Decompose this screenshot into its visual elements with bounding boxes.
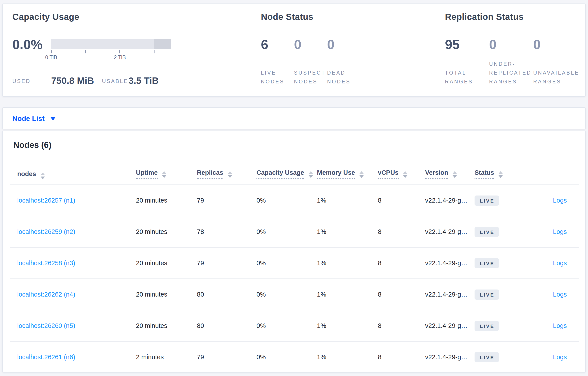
status-cell: LIVE [474,185,524,216]
stat-value: 6 [261,37,268,52]
column-header-Version[interactable]: Version [425,151,474,185]
replicas-cell: 79 [197,185,256,216]
version-cell: v22.1.4-29-g… [425,310,474,341]
stat-column: 0UNAVAILABLE RANGES [533,4,578,96]
capacity-usage-cell: 0% [256,247,317,279]
stat-column: 0UNDER- REPLICATED RANGES [489,4,533,96]
stat-column: 0SUSPECT NODES [294,4,327,96]
logs-cell: Logs [524,341,579,373]
memory-use-cell: 1% [317,310,378,341]
column-header-label: vCPUs [378,169,399,179]
status-badge: LIVE [474,227,499,237]
sort-up-icon [359,171,364,174]
node-list-dropdown-label: Node List [12,115,45,123]
table-row: localhost:26262 (n4)20 minutes800%1%8v22… [10,279,579,310]
node-address-link[interactable]: localhost:26260 (n5) [17,322,75,329]
stat-label: TOTAL RANGES [445,68,473,86]
table-row: localhost:26260 (n5)20 minutes800%1%8v22… [10,310,579,341]
logs-cell: Logs [524,185,579,216]
cluster-overview-page: Capacity Usage 0.0% 0 TiB2 TiB USED 750.… [0,0,588,376]
status-badge: LIVE [474,321,499,331]
status-cell: LIVE [474,310,524,341]
table-header-row: nodesUptimeReplicasCapacity UsageMemory … [10,151,579,185]
status-badge: LIVE [474,352,499,362]
table-row: localhost:26259 (n2)20 minutes780%1%8v22… [10,216,579,247]
uptime-cell: 20 minutes [136,247,197,279]
version-cell: v22.1.4-29-g… [425,185,474,216]
uptime-cell: 2 minutes [136,341,197,373]
vcpus-cell: 8 [378,310,425,341]
sort-arrows-icon [453,171,457,178]
node-address-cell: localhost:26257 (n1) [10,185,136,216]
column-header-Capacity Usage[interactable]: Capacity Usage [256,151,317,185]
logs-link[interactable]: Logs [553,291,567,298]
stat-label: SUSPECT NODES [294,68,326,86]
column-header-vCPUs[interactable]: vCPUs [378,151,425,185]
column-header-Status[interactable]: Status [474,151,524,185]
vcpus-cell: 8 [378,185,425,216]
uptime-cell: 20 minutes [136,185,197,216]
memory-use-cell: 1% [317,341,378,373]
node-address-link[interactable]: localhost:26258 (n3) [17,260,75,267]
nodes-table-card: Nodes (6) nodesUptimeReplicasCapacity Us… [2,131,586,373]
uptime-cell: 20 minutes [136,310,197,341]
node-address-link[interactable]: localhost:26259 (n2) [17,228,75,235]
used-value: 750.8 MiB [51,75,94,86]
vcpus-cell: 8 [378,216,425,247]
column-header-label: Memory Use [317,169,355,179]
stat-label: DEAD NODES [327,68,351,86]
sort-down-icon [228,175,232,178]
usable-value: 3.5 TiB [128,75,159,86]
node-address-cell: localhost:26258 (n3) [10,247,136,279]
axis-tick [154,50,155,53]
logs-link[interactable]: Logs [553,197,567,204]
sort-arrows-icon [403,171,408,178]
column-header-label: Version [425,169,448,179]
sort-arrows-icon [228,171,232,178]
node-address-link[interactable]: localhost:26257 (n1) [17,197,75,204]
sort-up-icon [162,171,167,174]
nodes-table: nodesUptimeReplicasCapacity UsageMemory … [10,151,579,373]
sort-down-icon [499,175,503,178]
node-list-dropdown[interactable]: Node List [12,108,56,130]
stat-label: UNDER- REPLICATED RANGES [489,60,532,86]
axis-tick [119,50,120,53]
memory-use-cell: 1% [317,247,378,279]
sort-up-icon [499,171,503,174]
sort-arrows-icon [309,171,313,178]
capacity-usage-cell: 0% [256,185,317,216]
stat-value: 95 [445,37,460,52]
replicas-cell: 80 [197,279,256,310]
sort-arrows-icon [359,171,364,178]
column-header-Replicas[interactable]: Replicas [197,151,256,185]
capacity-bar-dark-segment [154,39,171,49]
logs-link[interactable]: Logs [553,354,567,361]
version-cell: v22.1.4-29-g… [425,216,474,247]
node-address-link[interactable]: localhost:26262 (n4) [17,291,75,298]
capacity-usage-cell: 0% [256,216,317,247]
sort-arrows-icon [499,171,503,178]
table-row: localhost:26258 (n3)20 minutes790%1%8v22… [10,247,579,279]
vcpus-cell: 8 [378,341,425,373]
axis-tick [51,50,52,53]
column-header-nodes[interactable]: nodes [10,151,136,185]
column-header-label: Capacity Usage [256,169,304,179]
logs-cell: Logs [524,279,579,310]
capacity-percent: 0.0% [12,37,42,52]
status-badge: LIVE [474,258,499,268]
column-header-Uptime[interactable]: Uptime [136,151,197,185]
column-header-Memory Use[interactable]: Memory Use [317,151,378,185]
sort-up-icon [40,173,45,175]
node-address-cell: localhost:26261 (n6) [10,341,136,373]
stat-value: 0 [327,37,334,52]
logs-cell: Logs [524,310,579,341]
stat-value: 0 [294,37,301,52]
logs-link[interactable]: Logs [553,260,567,267]
node-address-link[interactable]: localhost:26261 (n6) [17,354,75,361]
logs-link[interactable]: Logs [553,322,567,329]
view-selector-card: Node List [2,107,586,129]
sort-up-icon [403,171,408,174]
logs-link[interactable]: Logs [553,228,567,235]
chevron-down-icon [50,117,56,120]
stat-column: 0DEAD NODES [327,4,360,96]
